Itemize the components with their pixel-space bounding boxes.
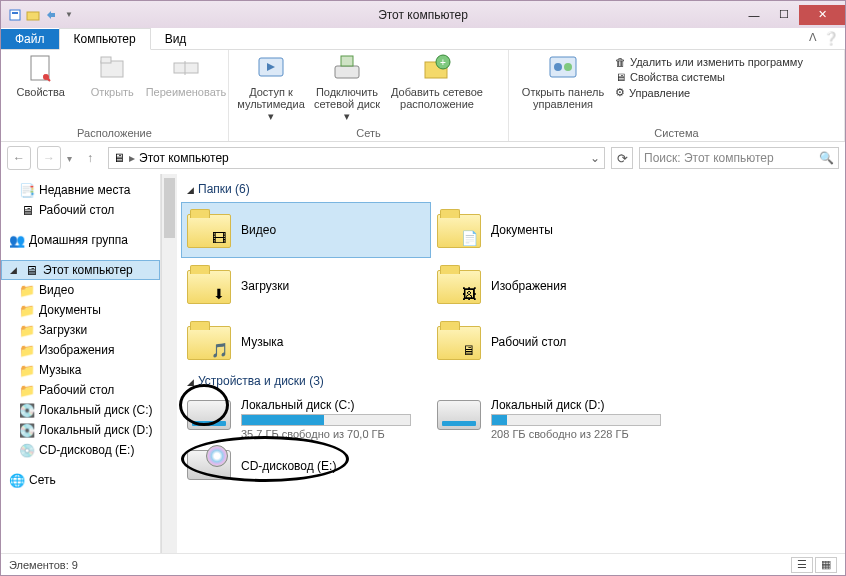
nav-recent-places[interactable]: 📑Недавние места <box>1 180 160 200</box>
folder-icon: 🎞 <box>187 210 233 250</box>
ribbon: Свойства Открыть Переименовать Расположе… <box>1 50 845 142</box>
download-overlay-icon: ⬇ <box>209 284 229 304</box>
hdd-icon: 💽 <box>19 422 35 438</box>
ribbon-uninstall-program[interactable]: 🗑Удалить или изменить программу <box>615 56 803 68</box>
folder-music[interactable]: 🎵 Музыка <box>181 314 431 370</box>
svg-point-17 <box>554 63 562 71</box>
ribbon-media-access[interactable]: Доступ к мультимедиа ▾ <box>235 52 307 122</box>
folder-documents[interactable]: 📄 Документы <box>431 202 681 258</box>
qat-dropdown-icon[interactable]: ▼ <box>61 7 77 23</box>
svg-point-4 <box>43 74 49 80</box>
minimize-button[interactable]: — <box>739 5 769 25</box>
folder-videos[interactable]: 🎞 Видео <box>181 202 431 258</box>
sysprops-icon: 🖥 <box>615 71 626 83</box>
folder-icon: 🎵 <box>187 322 233 362</box>
close-button[interactable]: ✕ <box>799 5 845 25</box>
status-bar: Элементов: 9 ☰ ▦ <box>1 553 845 575</box>
ribbon-manage[interactable]: ⚙Управление <box>615 86 803 99</box>
video-overlay-icon: 🎞 <box>209 228 229 248</box>
nav-local-disk-d[interactable]: 💽Локальный диск (D:) <box>1 420 160 440</box>
nav-local-disk-c[interactable]: 💽Локальный диск (C:) <box>1 400 160 420</box>
search-input[interactable]: Поиск: Этот компьютер 🔍 <box>639 147 839 169</box>
pictures-icon: 📁 <box>19 342 35 358</box>
drive-d[interactable]: Локальный диск (D:) 208 ГБ свободно из 2… <box>431 394 681 444</box>
section-folders-header[interactable]: ◢Папки (6) <box>181 178 845 202</box>
drive-d-usage-bar <box>491 414 661 426</box>
nav-videos[interactable]: 📁Видео <box>1 280 160 300</box>
nav-recent-dropdown[interactable]: ▾ <box>67 153 72 164</box>
nav-music[interactable]: 📁Музыка <box>1 360 160 380</box>
folder-pictures[interactable]: 🖼 Изображения <box>431 258 681 314</box>
folder-downloads[interactable]: ⬇ Загрузки <box>181 258 431 314</box>
nav-pictures[interactable]: 📁Изображения <box>1 340 160 360</box>
help-icon[interactable]: ❔ <box>823 31 839 46</box>
refresh-button[interactable]: ⟳ <box>611 147 633 169</box>
network-icon: 🌐 <box>9 472 25 488</box>
ribbon-rename: Переименовать <box>150 52 222 98</box>
qat-properties-icon[interactable] <box>7 7 23 23</box>
tab-computer[interactable]: Компьютер <box>59 28 151 50</box>
recent-icon: 📑 <box>19 182 35 198</box>
ribbon-properties[interactable]: Свойства <box>7 52 75 98</box>
svg-rect-2 <box>27 12 39 20</box>
collapse-icon[interactable]: ◢ <box>187 185 194 195</box>
nav-back-button[interactable]: ← <box>7 146 31 170</box>
folder-icon: 📄 <box>437 210 483 250</box>
tab-file[interactable]: Файл <box>1 29 59 49</box>
scrollbar-thumb[interactable] <box>164 178 175 238</box>
section-devices-header[interactable]: ◢Устройства и диски (3) <box>181 370 845 394</box>
status-item-count: Элементов: 9 <box>9 559 78 571</box>
nav-scrollbar[interactable] <box>161 174 177 553</box>
titlebar: ▼ Этот компьютер — ☐ ✕ <box>1 1 845 28</box>
nav-desktop[interactable]: 🖥Рабочий стол <box>1 200 160 220</box>
content-pane[interactable]: ◢Папки (6) 🎞 Видео 📄 Документы ⬇ Загрузк… <box>177 174 845 553</box>
svg-rect-11 <box>335 66 359 78</box>
videos-icon: 📁 <box>19 282 35 298</box>
ribbon-collapse-icon[interactable]: ᐱ <box>809 31 817 46</box>
explorer-window: ▼ Этот компьютер — ☐ ✕ Файл Компьютер Ви… <box>0 0 846 576</box>
homegroup-icon: 👥 <box>9 232 25 248</box>
computer-icon: 🖥 <box>113 151 125 165</box>
nav-up-button[interactable]: ↑ <box>78 146 102 170</box>
nav-homegroup[interactable]: 👥Домашняя группа <box>1 230 160 250</box>
desktop-overlay-icon: 🖥 <box>459 340 479 360</box>
ribbon-add-network-location[interactable]: + Добавить сетевое расположение <box>387 52 487 110</box>
view-icons-button[interactable]: ▦ <box>815 557 837 573</box>
nav-cd-drive[interactable]: 💿CD-дисковод (E:) <box>1 440 160 460</box>
ribbon-tabs: Файл Компьютер Вид ᐱ ❔ <box>1 28 845 50</box>
address-bar[interactable]: 🖥 ▸ Этот компьютер ⌄ <box>108 147 605 169</box>
breadcrumb-chevron[interactable]: ▸ <box>129 151 135 165</box>
folder-desktop[interactable]: 🖥 Рабочий стол <box>431 314 681 370</box>
collapse-icon[interactable]: ◢ <box>187 377 194 387</box>
main-body: 📑Недавние места 🖥Рабочий стол 👥Домашняя … <box>1 174 845 553</box>
ribbon-group-system: Система <box>515 127 838 141</box>
chevron-down-icon[interactable]: ◢ <box>10 265 17 275</box>
qat-newfolder-icon[interactable] <box>25 7 41 23</box>
maximize-button[interactable]: ☐ <box>769 5 799 25</box>
tab-view[interactable]: Вид <box>151 29 201 49</box>
ribbon-system-properties[interactable]: 🖥Свойства системы <box>615 71 803 83</box>
ribbon-control-panel[interactable]: Открыть панель управления <box>515 52 611 110</box>
drive-c[interactable]: Локальный диск (C:) 35,7 ГБ свободно из … <box>181 394 431 444</box>
breadcrumb-thispc[interactable]: Этот компьютер <box>139 151 229 165</box>
manage-icon: ⚙ <box>615 86 625 99</box>
nav-desktop-2[interactable]: 📁Рабочий стол <box>1 380 160 400</box>
search-icon: 🔍 <box>819 151 834 165</box>
nav-this-pc[interactable]: ◢🖥Этот компьютер <box>1 260 160 280</box>
nav-network[interactable]: 🌐Сеть <box>1 470 160 490</box>
uninstall-icon: 🗑 <box>615 56 626 68</box>
ribbon-group-location: Расположение <box>7 127 222 141</box>
drive-e-cd[interactable]: CD-дисковод (E:) <box>181 444 431 488</box>
nav-pane[interactable]: 📑Недавние места 🖥Рабочий стол 👥Домашняя … <box>1 174 161 553</box>
view-details-button[interactable]: ☰ <box>791 557 813 573</box>
address-dropdown-icon[interactable]: ⌄ <box>590 151 600 165</box>
downloads-icon: 📁 <box>19 322 35 338</box>
music-overlay-icon: 🎵 <box>209 340 229 360</box>
nav-downloads[interactable]: 📁Загрузки <box>1 320 160 340</box>
nav-documents[interactable]: 📁Документы <box>1 300 160 320</box>
nav-forward-button[interactable]: → <box>37 146 61 170</box>
ribbon-map-drive[interactable]: Подключить сетевой диск ▾ <box>311 52 383 122</box>
music-icon: 📁 <box>19 362 35 378</box>
cd-drive-icon <box>187 448 233 484</box>
qat-undo-icon[interactable] <box>43 7 59 23</box>
